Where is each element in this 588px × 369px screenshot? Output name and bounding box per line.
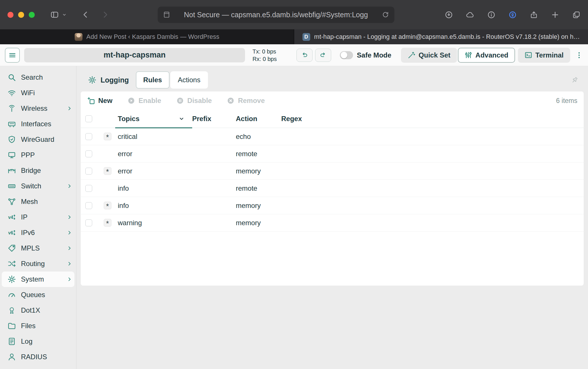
row-checkbox[interactable] — [85, 133, 92, 140]
column-topics[interactable]: Topics — [117, 110, 192, 128]
rules-toolbar: New Enable Disable Remove 6 items — [81, 91, 584, 110]
x-circle-icon — [227, 97, 235, 105]
sidebar-item-mpls[interactable]: MPLS — [0, 240, 76, 256]
sidebar-item-interfaces[interactable]: Interfaces — [0, 116, 76, 132]
remove-button[interactable]: Remove — [227, 97, 265, 105]
cell-topics: warning — [117, 219, 192, 227]
enable-button[interactable]: Enable — [127, 97, 161, 105]
safe-mode-toggle[interactable] — [340, 51, 353, 59]
person-photo-favicon — [75, 33, 82, 41]
traffic-rates: Tx: 0 bps Rx: 0 bps — [252, 48, 277, 63]
forward-button[interactable] — [101, 10, 109, 19]
row-checkbox[interactable] — [85, 202, 92, 209]
default-flag: * — [104, 167, 111, 175]
minimize-button[interactable] — [18, 12, 24, 18]
table-row[interactable]: * critical echo — [81, 128, 584, 145]
table-row[interactable]: * info memory — [81, 197, 584, 214]
chevron-right-icon — [66, 214, 73, 220]
disable-button[interactable]: Disable — [176, 97, 212, 105]
wifi-icon — [7, 89, 16, 97]
log-icon — [7, 337, 16, 346]
sidebar-item-ipv6[interactable]: v6 IPv6 — [0, 225, 76, 240]
tab-overview-icon[interactable] — [572, 11, 581, 19]
row-checkbox[interactable] — [85, 168, 92, 175]
undo-icon — [301, 51, 308, 59]
select-all-checkbox[interactable] — [85, 115, 92, 122]
ppp-icon — [7, 151, 16, 159]
play-circle-icon — [127, 97, 135, 105]
onepassword-icon[interactable] — [508, 11, 517, 19]
sidebar-item-wireless[interactable]: Wireless — [0, 101, 76, 116]
ip-icon: v4 — [7, 213, 16, 221]
new-tab-icon[interactable] — [551, 11, 559, 19]
table-row[interactable]: * info remote — [81, 180, 584, 197]
new-button[interactable]: New — [87, 97, 112, 105]
sidebar-item-log[interactable]: Log — [0, 334, 76, 349]
logging-gear-icon — [88, 76, 97, 84]
cloud-icon[interactable] — [466, 11, 474, 19]
sidebar-item-ip[interactable]: v4 IP — [0, 209, 76, 225]
sidebar-item-bridge[interactable]: Bridge — [0, 163, 76, 178]
sidebar-item-dot1x[interactable]: Dot1X — [0, 303, 76, 318]
router-title: mt-hap-capsman — [24, 48, 245, 62]
remove-label: Remove — [238, 97, 265, 105]
table-row[interactable]: * warning memory — [81, 214, 584, 232]
zoom-button[interactable] — [29, 12, 35, 18]
tab-actions[interactable]: Actions — [170, 71, 208, 89]
sidebar-item-ppp[interactable]: PPP — [0, 147, 76, 163]
column-regex[interactable]: Regex — [281, 115, 584, 123]
sidebar-item-files[interactable]: Files — [0, 318, 76, 334]
sidebar-item-switch[interactable]: Switch — [0, 178, 76, 194]
quick-set-label: Quick Set — [419, 51, 450, 59]
sidebar-item-queues[interactable]: Queues — [0, 287, 76, 303]
bridge-icon — [7, 166, 16, 175]
sidebar-item-system[interactable]: System — [2, 272, 74, 287]
row-checkbox[interactable] — [85, 185, 92, 192]
browser-tab-routeros[interactable]: D mt-hap-capsman - Logging at admin@caps… — [294, 29, 588, 44]
undo-button[interactable] — [296, 49, 313, 62]
wand-icon — [408, 51, 415, 59]
rules-table: * critical echo * error remote * error m… — [81, 128, 584, 232]
cell-action: remote — [236, 184, 281, 192]
back-button[interactable] — [81, 10, 90, 19]
table-row[interactable]: * error remote — [81, 145, 584, 162]
browser-tab-wordpress[interactable]: Add New Post ‹ Kaspars Dambis — WordPres… — [0, 29, 294, 44]
downloads-icon[interactable] — [445, 11, 453, 19]
menu-button[interactable] — [5, 48, 20, 63]
sidebar-item-wireguard[interactable]: WireGuard — [0, 132, 76, 147]
sidebar-item-routing[interactable]: Routing — [0, 256, 76, 272]
tab-rules[interactable]: Rules — [136, 71, 169, 89]
info-icon[interactable] — [487, 11, 496, 19]
sidebar-toggle-icon[interactable] — [50, 10, 59, 19]
svg-text:v4: v4 — [8, 215, 14, 220]
traffic-lights — [7, 12, 35, 18]
pin-icon[interactable] — [571, 76, 579, 84]
quick-set-button[interactable]: Quick Set — [401, 48, 457, 63]
close-button[interactable] — [7, 12, 14, 18]
items-count: 6 items — [556, 97, 577, 105]
cell-action: memory — [236, 167, 281, 175]
address-bar[interactable]: Not Secure — capsman.e5.damb.is/webfig/#… — [158, 7, 394, 23]
sidebar-item-radius[interactable]: RADIUS — [0, 349, 76, 365]
sidebar-item-mesh[interactable]: Mesh — [0, 194, 76, 209]
share-icon[interactable] — [530, 11, 538, 19]
sidebar-item-wifi[interactable]: WiFi — [0, 85, 76, 101]
row-checkbox[interactable] — [85, 150, 92, 157]
chevron-right-icon — [66, 230, 73, 236]
chevron-down-icon[interactable] — [62, 12, 67, 17]
row-checkbox[interactable] — [85, 219, 92, 226]
tab-bar: Add New Post ‹ Kaspars Dambis — WordPres… — [0, 29, 588, 44]
terminal-button[interactable]: Terminal — [518, 48, 570, 63]
page-settings-icon[interactable] — [163, 11, 170, 18]
advanced-button[interactable]: Advanced — [458, 48, 515, 63]
table-row[interactable]: * error memory — [81, 162, 584, 180]
reload-icon[interactable] — [382, 11, 389, 18]
column-prefix[interactable]: Prefix — [192, 115, 236, 123]
cell-action: echo — [236, 133, 281, 141]
redo-button[interactable] — [315, 49, 331, 62]
column-action[interactable]: Action — [236, 115, 281, 123]
sidebar-item-search[interactable]: Search — [0, 70, 76, 85]
rx-rate: Rx: 0 bps — [252, 55, 277, 63]
files-icon — [7, 322, 16, 330]
more-menu-button[interactable] — [574, 48, 584, 63]
